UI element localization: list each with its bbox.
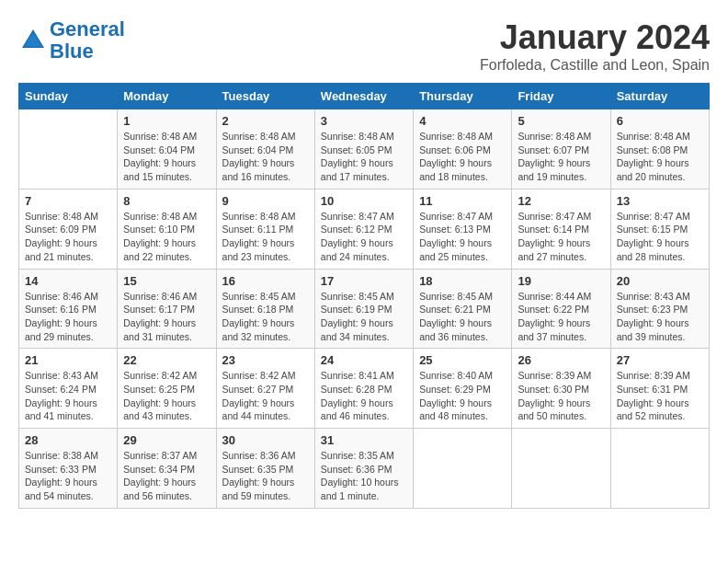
day-number: 27	[617, 353, 703, 367]
calendar-cell: 30 Sunrise: 8:36 AMSunset: 6:35 PMDaylig…	[216, 429, 314, 509]
day-detail: Sunrise: 8:38 AMSunset: 6:33 PMDaylight:…	[25, 449, 111, 503]
day-detail: Sunrise: 8:39 AMSunset: 6:31 PMDaylight:…	[617, 369, 703, 423]
calendar-week-row: 21 Sunrise: 8:43 AMSunset: 6:24 PMDaylig…	[19, 349, 710, 429]
calendar-cell: 20 Sunrise: 8:43 AMSunset: 6:23 PMDaylig…	[610, 269, 709, 349]
day-number: 16	[222, 274, 309, 288]
calendar-cell: 26 Sunrise: 8:39 AMSunset: 6:30 PMDaylig…	[512, 349, 610, 429]
logo-line1: General	[50, 17, 125, 40]
calendar-cell	[512, 429, 610, 509]
day-detail: Sunrise: 8:48 AMSunset: 6:09 PMDaylight:…	[25, 210, 111, 264]
day-detail: Sunrise: 8:47 AMSunset: 6:13 PMDaylight:…	[419, 210, 506, 264]
calendar-cell: 31 Sunrise: 8:35 AMSunset: 6:36 PMDaylig…	[314, 429, 413, 509]
calendar-cell: 24 Sunrise: 8:41 AMSunset: 6:28 PMDaylig…	[314, 349, 413, 429]
weekday-header-wednesday: Wednesday	[314, 84, 413, 109]
logo: General Blue	[18, 18, 125, 63]
day-number: 13	[617, 194, 703, 208]
calendar-cell: 9 Sunrise: 8:48 AMSunset: 6:11 PMDayligh…	[216, 189, 314, 269]
day-detail: Sunrise: 8:47 AMSunset: 6:12 PMDaylight:…	[321, 210, 407, 264]
weekday-header-tuesday: Tuesday	[216, 84, 314, 109]
calendar-cell: 3 Sunrise: 8:48 AMSunset: 6:05 PMDayligh…	[314, 109, 413, 190]
calendar-cell: 22 Sunrise: 8:42 AMSunset: 6:25 PMDaylig…	[118, 349, 216, 429]
day-detail: Sunrise: 8:46 AMSunset: 6:17 PMDaylight:…	[123, 290, 210, 344]
day-number: 15	[123, 274, 210, 288]
calendar-week-row: 7 Sunrise: 8:48 AMSunset: 6:09 PMDayligh…	[19, 189, 710, 269]
day-detail: Sunrise: 8:45 AMSunset: 6:21 PMDaylight:…	[419, 290, 506, 344]
calendar-cell: 4 Sunrise: 8:48 AMSunset: 6:06 PMDayligh…	[414, 109, 512, 190]
page-header: General Blue January 2024 Forfoleda, Cas…	[18, 18, 710, 74]
calendar-cell: 25 Sunrise: 8:40 AMSunset: 6:29 PMDaylig…	[414, 349, 512, 429]
calendar-cell: 28 Sunrise: 8:38 AMSunset: 6:33 PMDaylig…	[19, 429, 118, 509]
weekday-header-saturday: Saturday	[610, 84, 709, 109]
calendar-cell: 29 Sunrise: 8:37 AMSunset: 6:34 PMDaylig…	[118, 429, 216, 509]
day-detail: Sunrise: 8:48 AMSunset: 6:11 PMDaylight:…	[222, 210, 309, 264]
day-detail: Sunrise: 8:46 AMSunset: 6:16 PMDaylight:…	[25, 290, 111, 344]
day-detail: Sunrise: 8:48 AMSunset: 6:04 PMDaylight:…	[123, 130, 210, 184]
day-detail: Sunrise: 8:42 AMSunset: 6:27 PMDaylight:…	[222, 369, 309, 423]
day-number: 2	[222, 114, 309, 128]
calendar-cell	[414, 429, 512, 509]
calendar-cell	[19, 109, 118, 190]
day-number: 3	[321, 114, 407, 128]
day-number: 26	[518, 353, 604, 367]
day-number: 10	[321, 194, 407, 208]
calendar-cell: 21 Sunrise: 8:43 AMSunset: 6:24 PMDaylig…	[19, 349, 118, 429]
day-detail: Sunrise: 8:39 AMSunset: 6:30 PMDaylight:…	[518, 369, 604, 423]
day-number: 25	[419, 353, 506, 367]
day-number: 7	[25, 194, 111, 208]
day-number: 4	[419, 114, 506, 128]
day-detail: Sunrise: 8:44 AMSunset: 6:22 PMDaylight:…	[518, 290, 604, 344]
logo-text: General Blue	[50, 18, 125, 63]
day-number: 18	[419, 274, 506, 288]
day-number: 24	[321, 353, 407, 367]
title-block: January 2024 Forfoleda, Castille and Leo…	[480, 18, 710, 74]
calendar-cell: 10 Sunrise: 8:47 AMSunset: 6:12 PMDaylig…	[314, 189, 413, 269]
calendar-cell	[610, 429, 709, 509]
day-number: 11	[419, 194, 506, 208]
day-detail: Sunrise: 8:43 AMSunset: 6:23 PMDaylight:…	[617, 290, 703, 344]
calendar-cell: 15 Sunrise: 8:46 AMSunset: 6:17 PMDaylig…	[118, 269, 216, 349]
calendar-cell: 5 Sunrise: 8:48 AMSunset: 6:07 PMDayligh…	[512, 109, 610, 190]
day-detail: Sunrise: 8:42 AMSunset: 6:25 PMDaylight:…	[123, 369, 210, 423]
day-number: 5	[518, 114, 604, 128]
calendar-cell: 11 Sunrise: 8:47 AMSunset: 6:13 PMDaylig…	[414, 189, 512, 269]
calendar-cell: 16 Sunrise: 8:45 AMSunset: 6:18 PMDaylig…	[216, 269, 314, 349]
calendar-cell: 13 Sunrise: 8:47 AMSunset: 6:15 PMDaylig…	[610, 189, 709, 269]
day-detail: Sunrise: 8:36 AMSunset: 6:35 PMDaylight:…	[222, 449, 309, 503]
day-number: 23	[222, 353, 309, 367]
day-detail: Sunrise: 8:45 AMSunset: 6:18 PMDaylight:…	[222, 290, 309, 344]
day-number: 8	[123, 194, 210, 208]
day-detail: Sunrise: 8:37 AMSunset: 6:34 PMDaylight:…	[123, 449, 210, 503]
calendar-week-row: 14 Sunrise: 8:46 AMSunset: 6:16 PMDaylig…	[19, 269, 710, 349]
weekday-header-friday: Friday	[512, 84, 610, 109]
day-number: 28	[25, 433, 111, 447]
calendar-cell: 7 Sunrise: 8:48 AMSunset: 6:09 PMDayligh…	[19, 189, 118, 269]
day-detail: Sunrise: 8:48 AMSunset: 6:04 PMDaylight:…	[222, 130, 309, 184]
calendar-cell: 19 Sunrise: 8:44 AMSunset: 6:22 PMDaylig…	[512, 269, 610, 349]
day-number: 12	[518, 194, 604, 208]
calendar-week-row: 28 Sunrise: 8:38 AMSunset: 6:33 PMDaylig…	[19, 429, 710, 509]
calendar-table: SundayMondayTuesdayWednesdayThursdayFrid…	[18, 83, 710, 509]
day-number: 29	[123, 433, 210, 447]
day-number: 17	[321, 274, 407, 288]
calendar-cell: 8 Sunrise: 8:48 AMSunset: 6:10 PMDayligh…	[118, 189, 216, 269]
calendar-cell: 12 Sunrise: 8:47 AMSunset: 6:14 PMDaylig…	[512, 189, 610, 269]
calendar-cell: 1 Sunrise: 8:48 AMSunset: 6:04 PMDayligh…	[118, 109, 216, 190]
day-number: 9	[222, 194, 309, 208]
logo-line2: Blue	[50, 40, 94, 63]
day-detail: Sunrise: 8:48 AMSunset: 6:06 PMDaylight:…	[419, 130, 506, 184]
day-number: 30	[222, 433, 309, 447]
calendar-cell: 27 Sunrise: 8:39 AMSunset: 6:31 PMDaylig…	[610, 349, 709, 429]
calendar-cell: 18 Sunrise: 8:45 AMSunset: 6:21 PMDaylig…	[414, 269, 512, 349]
weekday-header-thursday: Thursday	[414, 84, 512, 109]
calendar-cell: 2 Sunrise: 8:48 AMSunset: 6:04 PMDayligh…	[216, 109, 314, 190]
weekday-header-sunday: Sunday	[19, 84, 118, 109]
calendar-cell: 17 Sunrise: 8:45 AMSunset: 6:19 PMDaylig…	[314, 269, 413, 349]
day-number: 14	[25, 274, 111, 288]
day-number: 6	[617, 114, 703, 128]
day-detail: Sunrise: 8:48 AMSunset: 6:10 PMDaylight:…	[123, 210, 210, 264]
day-detail: Sunrise: 8:35 AMSunset: 6:36 PMDaylight:…	[321, 449, 407, 503]
day-detail: Sunrise: 8:48 AMSunset: 6:05 PMDaylight:…	[321, 130, 407, 184]
day-detail: Sunrise: 8:40 AMSunset: 6:29 PMDaylight:…	[419, 369, 506, 423]
day-number: 22	[123, 353, 210, 367]
day-detail: Sunrise: 8:47 AMSunset: 6:14 PMDaylight:…	[518, 210, 604, 264]
